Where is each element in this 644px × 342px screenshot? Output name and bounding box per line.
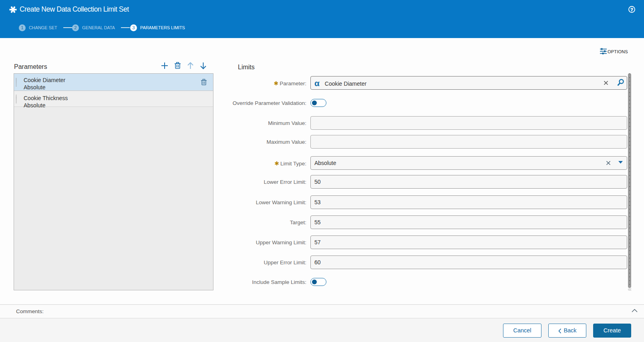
svg-text:?: ? [630, 7, 633, 12]
